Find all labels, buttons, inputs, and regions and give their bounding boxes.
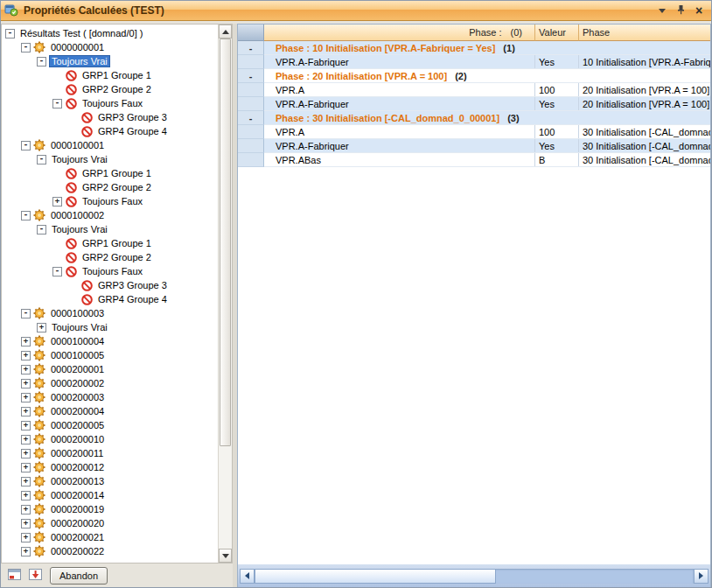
tree-item[interactable]: - 0000100001	[2, 138, 218, 152]
tree-item-label[interactable]: Toujours Faux	[80, 97, 145, 109]
tree-expander-box[interactable]: +	[21, 505, 31, 514]
tree-item[interactable]: GRP3 Groupe 3	[2, 110, 218, 124]
tree-expander-box[interactable]: +	[21, 393, 31, 402]
grid-indicator-header[interactable]	[238, 24, 264, 41]
tree-item[interactable]: + 0000200005	[2, 418, 218, 432]
tree-expander-box[interactable]: +	[21, 463, 31, 472]
tree-expander-box[interactable]: -	[37, 225, 46, 234]
tree-item-label[interactable]: 0000200020	[48, 517, 107, 529]
tree-item-label[interactable]: Toujours Faux	[80, 265, 145, 277]
tree-item-label[interactable]: 0000200021	[48, 531, 107, 543]
tree-item[interactable]: + 0000200011	[2, 446, 218, 460]
tree-item-label[interactable]: GRP1 Groupe 1	[80, 167, 154, 179]
tree-item-label[interactable]: 0000200022	[48, 545, 107, 557]
tree-item[interactable]: - 0000100003	[2, 306, 218, 320]
tree-item-label[interactable]: GRP1 Groupe 1	[80, 69, 154, 81]
tree-scroll-thumb[interactable]	[220, 38, 231, 446]
tree-item[interactable]: GRP4 Groupe 4	[2, 124, 218, 138]
tree-item[interactable]: + 0000200010	[2, 432, 218, 446]
tree-item[interactable]: + 0000200002	[2, 376, 218, 390]
tree-expander-box[interactable]: -	[21, 309, 31, 318]
tree-scroll-track[interactable]	[219, 38, 232, 549]
group-collapse-button[interactable]: -	[249, 114, 253, 122]
tree-expander-box[interactable]: -	[21, 141, 31, 150]
tree-item[interactable]: - Toujours Faux	[2, 264, 218, 278]
tree-item[interactable]: - Toujours Vrai	[2, 54, 218, 68]
tree-item-label[interactable]: 0000100004	[48, 335, 107, 347]
tree-expander-box[interactable]: -	[52, 99, 62, 108]
tree-expander-box[interactable]: +	[21, 449, 31, 458]
grid-header-phase-group[interactable]: Phase : (0)	[264, 24, 535, 41]
tree-item[interactable]: - Toujours Faux	[2, 96, 218, 110]
grid-group-row[interactable]: - Phase : 30 Initialisation [-CAL_domnad…	[238, 111, 710, 125]
tree-item[interactable]: + Toujours Faux	[2, 194, 218, 208]
tree-expander-box[interactable]: +	[52, 197, 62, 206]
tree-expander-box[interactable]: -	[21, 211, 31, 220]
tree-item-label[interactable]: 0000000001	[48, 41, 107, 53]
tree-expander-box[interactable]: +	[21, 407, 31, 416]
tree-expander-box[interactable]: +	[21, 435, 31, 444]
tree-item-label[interactable]: Résultats Test ( [domnad/0] )	[17, 27, 145, 39]
tree-item-label[interactable]: 0000200001	[48, 363, 107, 375]
tree-item[interactable]: + 0000200020	[2, 516, 218, 530]
scroll-left-button[interactable]	[240, 569, 255, 584]
tree-item-label[interactable]: 0000200004	[48, 405, 107, 417]
tree-vertical-scrollbar[interactable]	[218, 24, 232, 563]
tree-item-label[interactable]: 0000100002	[48, 209, 107, 221]
tree-item-label[interactable]: 0000200012	[48, 461, 107, 473]
tree-item-label[interactable]: 0000200010	[48, 433, 107, 445]
tree-expander-box[interactable]: -	[21, 43, 31, 52]
close-button[interactable]: ×	[691, 4, 707, 18]
grid-horizontal-scrollbar[interactable]	[240, 569, 709, 584]
tree-item-label[interactable]: GRP3 Groupe 3	[95, 111, 170, 123]
tree-item[interactable]: GRP1 Groupe 1	[2, 236, 218, 250]
tree-item-label[interactable]: GRP1 Groupe 1	[80, 237, 154, 249]
tree-expander-box[interactable]: +	[21, 519, 31, 528]
tree-item-label[interactable]: 0000200014	[48, 489, 107, 501]
tree-expander-box[interactable]: +	[21, 379, 31, 388]
tree-item[interactable]: - 0000100002	[2, 208, 218, 222]
tree-item[interactable]: GRP2 Groupe 2	[2, 82, 218, 96]
grid-header-phase[interactable]: Phase	[579, 24, 710, 41]
tree-item-label[interactable]: 0000200003	[48, 391, 107, 403]
window-menu-button[interactable]	[654, 4, 670, 18]
tree-item[interactable]: + 0000200019	[2, 502, 218, 516]
tree-item[interactable]: - 0000000001	[2, 40, 218, 54]
tree-item-label[interactable]: Toujours Vrai	[49, 321, 110, 333]
tree-item-label[interactable]: 0000100005	[48, 349, 107, 361]
tree-item[interactable]: + 0000200014	[2, 488, 218, 502]
footer-icon-button-1[interactable]	[5, 567, 23, 584]
tree-item[interactable]: GRP3 Groupe 3	[2, 278, 218, 292]
tree-item[interactable]: + 0000200004	[2, 404, 218, 418]
grid-group-row[interactable]: - Phase : 10 Initialisation [VPR.A-Fabri…	[238, 41, 710, 55]
tree-item[interactable]: + 0000200003	[2, 390, 218, 404]
tree-expander-box[interactable]: +	[21, 533, 31, 542]
tree-item-label[interactable]: 0000200013	[48, 475, 107, 487]
tree-item[interactable]: + 0000100004	[2, 334, 218, 348]
tree-item[interactable]: - Toujours Vrai	[2, 152, 218, 166]
tree-item-label[interactable]: GRP4 Groupe 4	[95, 125, 170, 137]
tree-expander-box[interactable]: -	[37, 57, 46, 66]
tree-item-label[interactable]: Toujours Vrai	[49, 153, 110, 165]
tree-expander-box[interactable]: +	[37, 323, 46, 332]
tree-item-label[interactable]: 0000200005	[48, 419, 107, 431]
tree-expander-box[interactable]: -	[5, 29, 15, 38]
tree-item-label[interactable]: 0000200019	[48, 503, 107, 515]
tree-expander-box[interactable]: +	[21, 421, 31, 430]
tree-item[interactable]: GRP4 Groupe 4	[2, 292, 218, 306]
tree-item-label[interactable]: 0000100003	[48, 307, 107, 319]
tree-item[interactable]: GRP2 Groupe 2	[2, 180, 218, 194]
tree-item[interactable]: + 0000200012	[2, 460, 218, 474]
tree-expander-box[interactable]: -	[37, 155, 46, 164]
tree-expander-box[interactable]: -	[52, 267, 62, 276]
tree-item[interactable]: + Toujours Vrai	[2, 320, 218, 334]
scroll-down-button[interactable]	[219, 549, 232, 563]
footer-icon-button-2[interactable]	[26, 567, 44, 584]
pin-button[interactable]	[673, 4, 688, 18]
grid-data-row[interactable]: VPR.A 100 30 Initialisation [-CAL_domnad	[238, 125, 710, 139]
tree-item-label[interactable]: Toujours Faux	[80, 195, 145, 207]
scroll-right-button[interactable]	[694, 569, 709, 584]
grid-data-row[interactable]: VPR.A 100 20 Initialisation [VPR.A = 100…	[238, 83, 710, 97]
tree-expander-box[interactable]: +	[21, 337, 31, 346]
grid-group-row[interactable]: - Phase : 20 Initialisation [VPR.A = 100…	[238, 69, 710, 83]
